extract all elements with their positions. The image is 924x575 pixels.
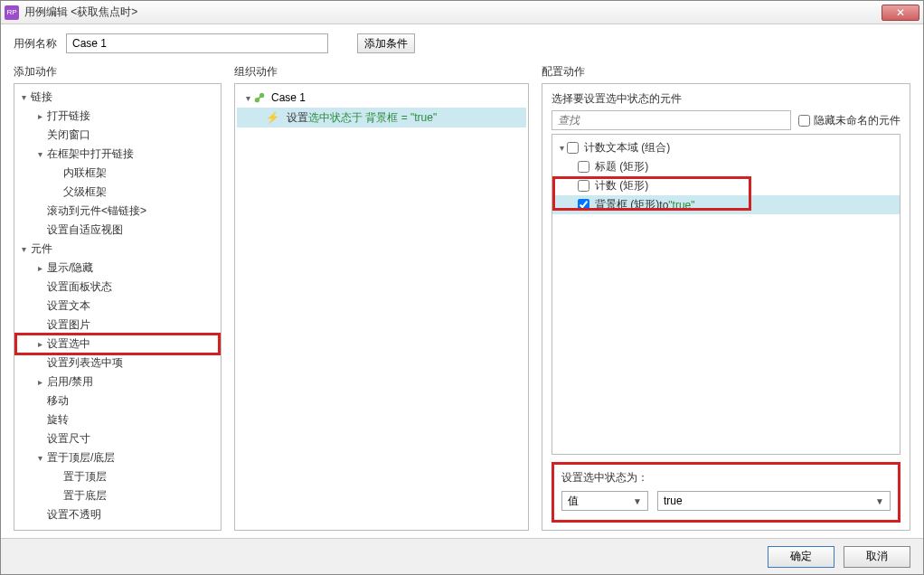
add-action-column: 添加动作 ▾链接▸打开链接关闭窗口▾在框架中打开链接内联框架父级框架滚动到元件<…	[14, 64, 222, 531]
state-type-dropdown[interactable]: 值 ▼	[561, 491, 648, 511]
action-tree-item[interactable]: 设置面板状态	[16, 278, 219, 297]
tree-label: 置于底层	[61, 488, 107, 504]
action-tree-item[interactable]: ▸启用/禁用	[16, 372, 219, 391]
dropdown-value: true	[664, 495, 683, 507]
tree-label: 旋转	[45, 412, 69, 428]
expand-icon[interactable]: ▸	[34, 111, 45, 121]
action-tree-item[interactable]: ▾链接	[16, 88, 219, 107]
action-row[interactable]: ⚡ 设置 选中状态于 背景框 = "true"	[237, 108, 526, 127]
action-tree[interactable]: ▾链接▸打开链接关闭窗口▾在框架中打开链接内联框架父级框架滚动到元件<锚链接>设…	[16, 88, 219, 524]
tree-label: 元件	[29, 241, 52, 257]
tree-label: 在框架中打开链接	[45, 146, 134, 162]
widget-checkbox[interactable]	[578, 199, 589, 211]
action-tree-item[interactable]: 设置文本	[16, 297, 219, 316]
tree-label: 置于顶层	[61, 469, 107, 485]
expand-icon[interactable]: ▾	[242, 93, 253, 103]
titlebar: RP 用例编辑 <获取焦点时> ✕	[1, 1, 923, 24]
hide-unnamed-label[interactable]: 隐藏未命名的元件	[798, 113, 900, 128]
tree-label: 设置不透明	[45, 507, 101, 523]
action-tree-item[interactable]: 置于顶层	[16, 467, 219, 486]
action-tree-item[interactable]: 设置不透明	[16, 505, 219, 524]
action-tree-item[interactable]: 移动	[16, 391, 219, 410]
tree-label: 设置列表选中项	[45, 355, 123, 371]
tree-label: 启用/禁用	[45, 374, 93, 390]
add-condition-button[interactable]: 添加条件	[357, 33, 415, 53]
configure-action-column: 配置动作 选择要设置选中状态的元件 隐藏未命名的元件 ▾	[542, 64, 910, 531]
dropdown-value: 值	[568, 494, 579, 509]
case-actions-panel: ▾ Case 1 ⚡ 设置 选中状态于 背景框 = "true"	[234, 83, 529, 531]
widget-search-input[interactable]	[552, 110, 791, 130]
widget-to-text: to	[659, 199, 668, 212]
widget-checkbox[interactable]	[578, 161, 589, 173]
widget-group-row[interactable]: ▾ 计数文本域 (组合)	[552, 138, 900, 157]
action-tree-item[interactable]: ▸打开链接	[16, 107, 219, 126]
tree-label: 置于顶层/底层	[45, 450, 115, 466]
tree-label: 设置文本	[45, 298, 90, 314]
expand-icon[interactable]: ▾	[556, 143, 567, 153]
action-tree-item[interactable]: ▸设置选中	[16, 335, 219, 353]
expand-icon[interactable]: ▸	[34, 377, 45, 387]
widget-label: 计数 (矩形)	[595, 178, 648, 193]
case-name-row: 用例名称 添加条件	[1, 24, 923, 59]
widget-checkbox[interactable]	[578, 180, 589, 192]
action-tree-item[interactable]: 旋转	[16, 410, 219, 429]
tree-label: 关闭窗口	[45, 127, 90, 143]
case-icon	[253, 91, 266, 104]
action-tree-item[interactable]: ▸显示/隐藏	[16, 259, 219, 278]
tree-label: 设置选中	[45, 336, 90, 352]
chevron-down-icon: ▼	[633, 496, 642, 506]
set-state-block: 设置选中状态为： 值 ▼ true ▼	[552, 462, 900, 523]
case-name-text: Case 1	[271, 91, 306, 104]
expand-icon[interactable]: ▸	[34, 339, 45, 349]
expand-icon[interactable]: ▾	[34, 453, 45, 463]
action-prefix: 设置	[287, 110, 308, 126]
hide-unnamed-checkbox[interactable]	[798, 115, 810, 127]
widget-item-row-selected[interactable]: 背景框 (矩形) to "true"	[552, 195, 900, 214]
expand-icon[interactable]: ▾	[18, 92, 29, 102]
widget-tree-panel: ▾ 计数文本域 (组合) 标题 (矩形) 计数 (矩形)	[552, 134, 900, 455]
tree-label: 链接	[29, 90, 52, 105]
action-tree-panel: ▾链接▸打开链接关闭窗口▾在框架中打开链接内联框架父级框架滚动到元件<锚链接>设…	[14, 83, 222, 531]
case-name-input[interactable]	[66, 33, 328, 53]
cancel-button[interactable]: 取消	[844, 546, 910, 568]
dialog-footer: 确定 取消	[1, 538, 923, 574]
action-tree-item[interactable]: 设置图片	[16, 316, 219, 335]
tree-label: 设置自适应视图	[45, 222, 123, 238]
organize-action-header: 组织动作	[234, 64, 529, 83]
action-tree-item[interactable]: ▾在框架中打开链接	[16, 145, 219, 164]
action-tree-item[interactable]: 设置列表选中项	[16, 353, 219, 372]
state-value-dropdown[interactable]: true ▼	[657, 491, 891, 511]
action-tree-item[interactable]: 设置自适应视图	[16, 221, 219, 240]
configure-action-header: 配置动作	[542, 64, 910, 83]
expand-icon[interactable]: ▾	[18, 244, 29, 254]
widget-item-row[interactable]: 标题 (矩形)	[552, 157, 900, 176]
widget-item-row[interactable]: 计数 (矩形)	[552, 176, 900, 195]
case-row[interactable]: ▾ Case 1	[237, 88, 526, 108]
action-tree-item[interactable]: 置于底层	[16, 486, 219, 505]
action-tree-item[interactable]: 父级框架	[16, 183, 219, 202]
chevron-down-icon: ▼	[875, 496, 884, 506]
widget-label: 背景框 (矩形)	[595, 197, 659, 212]
action-tree-item[interactable]: ▾置于顶层/底层	[16, 448, 219, 467]
expand-icon[interactable]: ▾	[34, 149, 45, 159]
tree-label: 内联框架	[61, 165, 107, 181]
action-tree-item[interactable]: 关闭窗口	[16, 126, 219, 145]
ok-button[interactable]: 确定	[768, 546, 834, 568]
close-button[interactable]: ✕	[882, 5, 919, 21]
action-tree-item[interactable]: ▾元件	[16, 240, 219, 259]
columns: 添加动作 ▾链接▸打开链接关闭窗口▾在框架中打开链接内联框架父级框架滚动到元件<…	[1, 59, 923, 538]
action-tree-item[interactable]: 内联框架	[16, 164, 219, 183]
action-tree-item[interactable]: 滚动到元件<锚链接>	[16, 202, 219, 221]
expand-icon[interactable]: ▸	[34, 263, 45, 273]
bolt-icon: ⚡	[266, 111, 279, 124]
config-subtitle: 选择要设置选中状态的元件	[552, 91, 900, 107]
widget-label: 标题 (矩形)	[595, 159, 648, 174]
action-tree-item[interactable]: 设置尺寸	[16, 429, 219, 448]
case-name-label: 用例名称	[14, 36, 57, 52]
tree-label: 设置图片	[45, 317, 90, 333]
config-panel: 选择要设置选中状态的元件 隐藏未命名的元件 ▾ 计数文本域 (组合)	[542, 83, 910, 531]
action-detail: 选中状态于 背景框 = "true"	[308, 110, 437, 126]
widget-checkbox[interactable]	[567, 142, 579, 154]
tree-label: 设置尺寸	[45, 431, 90, 447]
set-state-title: 设置选中状态为：	[561, 470, 891, 485]
